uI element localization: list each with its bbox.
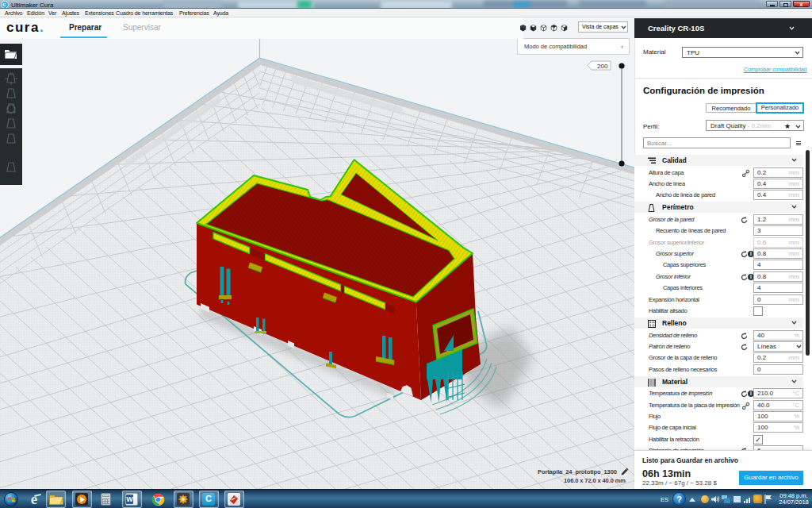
svg-text:200: 200 xyxy=(597,63,608,70)
